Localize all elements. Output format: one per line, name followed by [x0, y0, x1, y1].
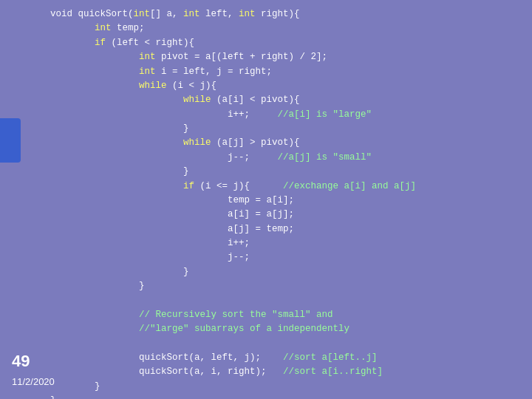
code-line-15: a[i] = a[j]; [50, 209, 294, 219]
code-line-28: } [50, 395, 56, 399]
code-line-3: if (left < right){ [50, 38, 194, 48]
code-line-13: if (i <= j){ //exchange a[i] and a[j] [50, 181, 416, 191]
blue-tab [0, 118, 21, 163]
code-line-9: } [50, 123, 189, 134]
code-line-17: i++; [50, 238, 250, 248]
code-line-18: j--; [50, 252, 250, 262]
code-line-19: } [50, 267, 189, 277]
code-line-12: } [50, 166, 189, 177]
code-line-27: } [50, 381, 100, 392]
code-line-7: while (a[i] < pivot){ [50, 95, 300, 105]
code-line-10: while (a[j] > pivot){ [50, 137, 300, 148]
slide-number: 49 [12, 352, 30, 371]
slide-container: void quickSort(int[] a, int left, int ri… [0, 0, 532, 399]
code-line-6: while (i < j){ [50, 81, 216, 91]
code-line-25: quickSort(a, left, j); //sort a[left..j] [50, 352, 378, 363]
code-line-26: quickSort(a, i, right); //sort a[i..righ… [50, 366, 383, 377]
code-line-23: //"large" subarrays of a independently [50, 324, 349, 334]
code-line-11: j--; //a[j] is "small" [50, 152, 372, 163]
code-line-2: int temp; [50, 23, 145, 33]
code-line-20: } [50, 281, 145, 291]
date-text: 11/2/2020 [12, 376, 55, 387]
code-line-14: temp = a[i]; [50, 195, 294, 205]
code-line-8: i++; //a[i] is "large" [50, 109, 372, 120]
code-line-5: int i = left, j = right; [50, 66, 272, 77]
code-area: void quickSort(int[] a, int left, int ri… [44, 0, 532, 340]
code-line-4: int pivot = a[(left + right) / 2]; [50, 52, 327, 62]
code-line-22: // Recursively sort the "small" and [50, 310, 333, 320]
code-line-1: void quickSort(int[] a, int left, int ri… [50, 9, 300, 19]
code-line-16: a[j] = temp; [50, 224, 294, 234]
